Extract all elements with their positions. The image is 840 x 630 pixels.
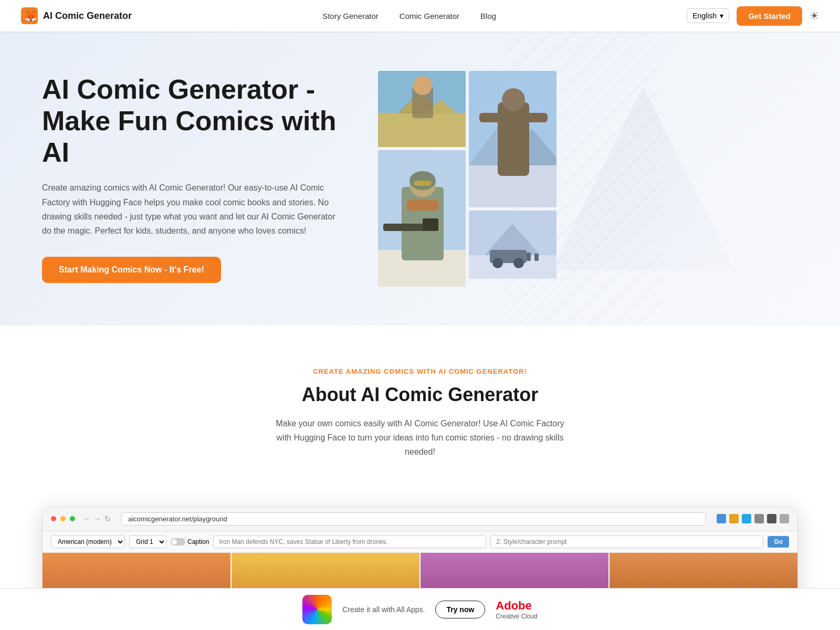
about-sub-label: CREATE AMAZING COMICS WITH AI COMIC GENE… bbox=[21, 368, 819, 375]
hero-section: AI Comic Generator - Make Fun Comics wit… bbox=[0, 32, 840, 326]
ext-icon-3 bbox=[742, 514, 751, 523]
ad-brand: Adobe Creative Cloud bbox=[496, 599, 537, 620]
svg-text:🦊: 🦊 bbox=[24, 10, 37, 23]
hero-left: AI Comic Generator - Make Fun Comics wit… bbox=[42, 74, 346, 283]
ad-banner: Create it all with All Apps. Try now Ado… bbox=[0, 588, 840, 630]
browser-back-icon[interactable]: ← bbox=[83, 514, 91, 523]
browser-forward-icon[interactable]: → bbox=[94, 514, 101, 523]
svg-rect-24 bbox=[407, 200, 438, 211]
svg-rect-32 bbox=[534, 254, 539, 261]
about-description: Make your own comics easily with AI Comi… bbox=[268, 416, 572, 459]
browser-expand-dot bbox=[70, 516, 75, 521]
ext-icon-2 bbox=[729, 514, 739, 523]
svg-point-13 bbox=[502, 88, 525, 111]
about-section: CREATE AMAZING COMICS WITH AI COMIC GENE… bbox=[0, 326, 840, 507]
style-prompt-input[interactable] bbox=[490, 536, 763, 548]
hero-description: Create amazing comics with AI Comic Gene… bbox=[42, 181, 346, 238]
browser-toolbar: American (modern) Grid 1 Caption Go bbox=[43, 531, 797, 553]
ext-icon-4 bbox=[754, 514, 764, 523]
nav-links: Story Generator Comic Generator Blog bbox=[322, 12, 496, 20]
language-selector[interactable]: English ▾ bbox=[687, 8, 729, 23]
svg-rect-21 bbox=[414, 181, 432, 186]
comic-panel-3 bbox=[378, 150, 466, 287]
logo-icon: 🦊 bbox=[21, 7, 38, 24]
go-button[interactable]: Go bbox=[768, 536, 789, 548]
hero-cta-button[interactable]: Start Making Comics Now - It's Free! bbox=[42, 257, 221, 283]
browser-extension-icons bbox=[717, 514, 789, 523]
svg-rect-31 bbox=[527, 253, 531, 261]
svg-rect-23 bbox=[423, 218, 438, 231]
hero-comic-grid bbox=[378, 71, 556, 287]
about-title: About AI Comic Generator bbox=[21, 384, 819, 406]
comic-panels-grid bbox=[378, 71, 556, 287]
ad-try-button[interactable]: Try now bbox=[435, 601, 485, 618]
ext-icon-1 bbox=[717, 514, 726, 523]
prompt-input[interactable] bbox=[213, 536, 486, 548]
ad-colorful-icon bbox=[302, 595, 332, 624]
comic-panel-2 bbox=[469, 71, 556, 207]
ad-text: Create it all with All Apps. bbox=[342, 605, 425, 614]
ad-brand-sub: Creative Cloud bbox=[496, 613, 537, 620]
nav-right: English ▾ Get Started ☀ bbox=[687, 6, 819, 26]
logo[interactable]: 🦊 AI Comic Generator bbox=[21, 7, 132, 24]
get-started-button[interactable]: Get Started bbox=[737, 6, 802, 26]
nav-blog[interactable]: Blog bbox=[480, 12, 496, 20]
browser-refresh-icon[interactable]: ↻ bbox=[104, 514, 111, 523]
browser-bar: ← → ↻ bbox=[43, 507, 797, 531]
ad-tagline: Create it all with All Apps. bbox=[342, 605, 425, 614]
svg-rect-14 bbox=[479, 113, 500, 122]
browser-close-dot bbox=[51, 516, 56, 521]
hero-title: AI Comic Generator - Make Fun Comics wit… bbox=[42, 74, 346, 168]
language-label: English bbox=[692, 12, 717, 20]
ad-brand-name: Adobe bbox=[496, 599, 531, 613]
ext-icon-5 bbox=[767, 514, 776, 523]
comic-panel-1 bbox=[378, 71, 466, 147]
grid-select[interactable]: Grid 1 bbox=[129, 536, 166, 548]
logo-text: AI Comic Generator bbox=[43, 10, 132, 22]
ad-logo-area bbox=[302, 595, 332, 624]
svg-rect-12 bbox=[498, 102, 529, 176]
navbar: 🦊 AI Comic Generator Story Generator Com… bbox=[0, 0, 840, 32]
svg-point-29 bbox=[492, 258, 503, 268]
caption-toggle[interactable]: Caption bbox=[171, 538, 209, 545]
comic-panel-4 bbox=[469, 211, 556, 279]
svg-point-7 bbox=[413, 76, 432, 95]
style-select[interactable]: American (modern) bbox=[51, 536, 125, 548]
nav-comic-generator[interactable]: Comic Generator bbox=[400, 12, 459, 20]
caption-label: Caption bbox=[187, 538, 209, 545]
browser-url-bar[interactable] bbox=[121, 512, 706, 526]
nav-story-generator[interactable]: Story Generator bbox=[322, 12, 379, 20]
browser-minimize-dot bbox=[60, 516, 66, 521]
svg-rect-15 bbox=[527, 113, 548, 122]
ext-icon-6 bbox=[780, 514, 789, 523]
svg-point-30 bbox=[513, 258, 524, 268]
chevron-down-icon: ▾ bbox=[720, 12, 723, 20]
theme-toggle-button[interactable]: ☀ bbox=[810, 9, 819, 22]
